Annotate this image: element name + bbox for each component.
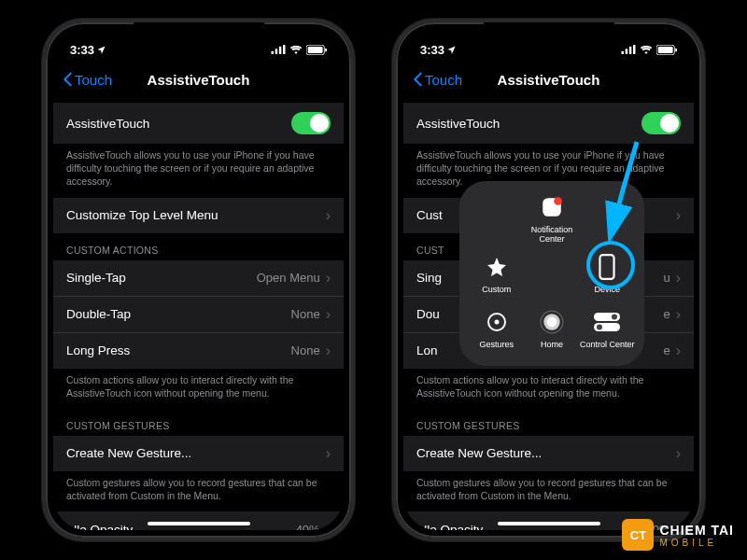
at-control-center[interactable]: Control Center <box>580 301 635 357</box>
phone-right: 3:33 Touch AssistiveTouch <box>392 19 705 541</box>
custom-gestures-header: CUSTOM GESTURES <box>53 409 344 436</box>
battery-icon <box>306 45 327 55</box>
notch <box>134 22 264 43</box>
signal-icon <box>621 45 636 54</box>
chevron-right-icon: › <box>676 343 681 359</box>
location-icon <box>446 45 457 55</box>
back-button[interactable]: Touch <box>413 72 462 88</box>
nav-bar: Touch AssistiveTouch <box>53 62 344 97</box>
control-center-icon <box>593 308 621 336</box>
home-indicator[interactable] <box>148 522 250 525</box>
toggle-on[interactable] <box>641 112 681 134</box>
phone-left: 3:33 Touch AssistiveTouch <box>42 19 355 541</box>
custom-actions-header: CUSTOM ACTIONS <box>53 233 344 260</box>
watermark-badge: CT <box>622 519 654 551</box>
svg-rect-5 <box>308 46 323 52</box>
custom-actions-footer: Custom actions allow you to interact dir… <box>403 369 694 409</box>
back-label: Touch <box>75 72 112 88</box>
screen-left: 3:33 Touch AssistiveTouch <box>53 30 344 530</box>
chevron-right-icon: › <box>676 207 681 224</box>
status-time: 3:33 <box>70 43 94 57</box>
svg-point-21 <box>547 317 557 328</box>
chevron-right-icon: › <box>676 270 681 287</box>
assistivetouch-toggle-cell[interactable]: AssistiveTouch <box>53 103 344 144</box>
battery-icon <box>656 45 677 55</box>
at-custom[interactable]: Custom <box>469 245 524 301</box>
settings-content: AssistiveTouch AssistiveTouch allows you… <box>53 97 344 530</box>
status-time: 3:33 <box>420 43 444 57</box>
signal-icon <box>271 45 286 54</box>
annotation-arrow <box>571 137 655 249</box>
home-icon <box>538 308 566 336</box>
chevron-right-icon: › <box>676 445 681 462</box>
svg-rect-10 <box>633 45 636 54</box>
svg-rect-3 <box>283 45 286 54</box>
svg-rect-13 <box>675 48 677 51</box>
custom-actions-footer: Custom actions allow you to interact dir… <box>53 369 344 409</box>
chevron-right-icon: › <box>676 306 681 323</box>
phone-pair: 3:33 Touch AssistiveTouch <box>0 0 747 541</box>
double-tap-cell[interactable]: Double-Tap None› <box>53 297 344 333</box>
watermark: CT CHIEM TAI MOBILE <box>622 519 734 551</box>
wifi-icon <box>640 45 653 54</box>
chevron-left-icon <box>63 72 73 87</box>
long-press-cell[interactable]: Long Press None› <box>53 333 344 369</box>
screen-right: 3:33 Touch AssistiveTouch <box>403 30 694 530</box>
page-title: AssistiveTouch <box>498 72 600 88</box>
page-title: AssistiveTouch <box>148 72 250 88</box>
svg-rect-0 <box>272 51 275 54</box>
chevron-right-icon: › <box>326 343 331 359</box>
svg-rect-8 <box>626 49 628 54</box>
chevron-left-icon <box>413 72 423 87</box>
svg-point-25 <box>597 325 602 330</box>
at-gestures[interactable]: Gestures <box>469 301 524 357</box>
chevron-right-icon: › <box>326 445 331 462</box>
custom-gestures-footer: Custom gestures allow you to record gest… <box>53 471 344 511</box>
nav-bar: Touch AssistiveTouch <box>403 62 694 97</box>
back-label: Touch <box>425 72 462 88</box>
home-indicator[interactable] <box>498 522 600 525</box>
notch <box>484 22 614 43</box>
create-gesture-cell[interactable]: Create New Gesture... › <box>403 436 694 471</box>
svg-rect-6 <box>325 48 327 51</box>
back-button[interactable]: Touch <box>63 72 112 88</box>
star-icon <box>483 253 511 281</box>
svg-point-18 <box>495 321 498 324</box>
svg-point-15 <box>554 197 562 205</box>
customize-menu-cell[interactable]: Customize Top Level Menu › <box>53 198 344 233</box>
notification-icon <box>538 193 566 221</box>
svg-rect-1 <box>275 49 278 54</box>
status-icons <box>621 45 677 55</box>
custom-gestures-footer: Custom gestures allow you to record gest… <box>403 471 694 511</box>
chevron-right-icon: › <box>326 521 331 530</box>
toggle-on[interactable] <box>291 112 331 134</box>
svg-point-23 <box>612 315 617 320</box>
chevron-right-icon: › <box>326 306 331 323</box>
svg-rect-12 <box>658 46 673 52</box>
at-home[interactable]: Home <box>524 301 579 357</box>
custom-gestures-header: CUSTOM GESTURES <box>403 409 694 436</box>
single-tap-cell[interactable]: Single-Tap Open Menu› <box>53 260 344 297</box>
svg-rect-2 <box>279 47 282 54</box>
location-icon <box>96 45 106 55</box>
create-gesture-cell[interactable]: Create New Gesture... › <box>53 436 344 471</box>
gestures-icon <box>483 308 511 336</box>
svg-rect-7 <box>622 51 625 54</box>
svg-rect-9 <box>629 47 632 54</box>
wifi-icon <box>289 45 303 54</box>
assistivetouch-desc: AssistiveTouch allows you to use your iP… <box>53 144 344 198</box>
chevron-right-icon: › <box>326 270 331 287</box>
status-icons <box>271 45 327 55</box>
chevron-right-icon: › <box>326 207 331 224</box>
